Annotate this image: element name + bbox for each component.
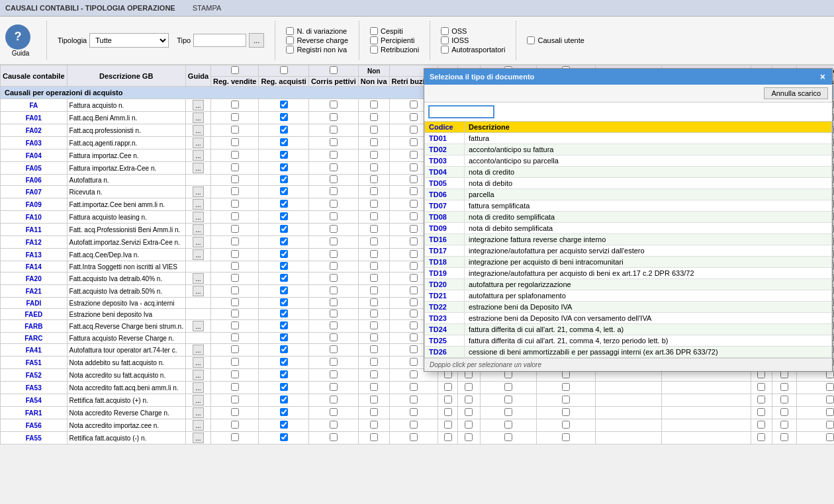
modal-table: Codice Descrizione TD01fatturaTD02accont… [424, 121, 832, 358]
modal-list-item[interactable]: TD03acconto/anticipo su parcella [425, 155, 832, 167]
cespiti-checkbox-row: Cespiti [370, 27, 419, 35]
ioss-checkbox[interactable] [441, 36, 449, 44]
modal-footer: Doppio click per selezionare un valore [424, 358, 832, 371]
modal-item-desc: nota di credito semplificata [465, 212, 832, 223]
modal-item-code: TD01 [425, 133, 465, 144]
tipologia-label: Tipologia [58, 36, 87, 44]
modal-item-code: TD02 [425, 144, 465, 155]
modal-toolbar: Annulla scarico [424, 85, 832, 103]
modal-list-item[interactable]: TD17integrazione/autofattura per acquist… [425, 245, 832, 257]
modal-item-code: TD23 [425, 313, 465, 324]
oss-checkbox[interactable] [441, 27, 449, 35]
help-button[interactable]: ? [5, 24, 30, 50]
modal-list-item[interactable]: TD08nota di credito semplificata [425, 212, 832, 223]
modal-item-desc: nota di credito [465, 167, 832, 178]
autotrasportatori-label: Autotrasportatori [451, 46, 505, 54]
causali-utente-checkbox[interactable] [527, 36, 535, 44]
modal-list-item[interactable]: TD22estrazione beni da Deposito IVA [425, 302, 832, 313]
autotrasportatori-checkbox-row: Autotrasportatori [441, 46, 505, 54]
tipo-input[interactable] [193, 34, 246, 47]
oss-checkbox-row: OSS [441, 27, 505, 35]
modal-item-desc: integrazione per acquisto di beni intrac… [465, 257, 832, 268]
modal-list-item[interactable]: TD07fattura semplificata [425, 200, 832, 212]
modal-item-desc: fattura semplificata [465, 200, 832, 212]
n-variazione-checkbox[interactable] [286, 27, 294, 35]
percipienti-checkbox[interactable] [370, 36, 378, 44]
modal-annulla-button[interactable]: Annulla scarico [764, 87, 828, 99]
modal-item-code: TD04 [425, 167, 465, 178]
modal-list-item[interactable]: TD20autofattura per regolarizzazione [425, 279, 832, 290]
cespiti-checkbox[interactable] [370, 27, 378, 35]
modal-item-code: TD08 [425, 212, 465, 223]
tipo-label: Tipo [177, 36, 191, 44]
toolbar-divider5 [516, 21, 516, 60]
modal-list-item[interactable]: TD09nota di debito semplificata [425, 223, 832, 234]
modal-list-item[interactable]: TD01fattura [425, 133, 832, 144]
modal-search-row [424, 103, 832, 121]
modal-list-item[interactable]: TD21autofattura per splafonamento [425, 290, 832, 302]
modal-item-desc: fattura differita di cui all'art. 21, co… [465, 324, 832, 335]
modal-list-item[interactable]: TD06parcella [425, 189, 832, 200]
toolbar-divider3 [359, 21, 359, 60]
reverse-charge-checkbox-row: Reverse charge [286, 36, 348, 44]
tipo-group: Tipo ... [177, 33, 264, 48]
modal-list-item[interactable]: TD02acconto/anticipo su fattura [425, 144, 832, 155]
causali-utente-checkbox-row: Causali utente [527, 36, 584, 44]
modal-table-container[interactable]: Codice Descrizione TD01fatturaTD02accont… [424, 121, 832, 358]
modal-overlay: Seleziona il tipo di documento × Annulla… [0, 65, 834, 504]
registri-non-iva-checkbox[interactable] [286, 46, 294, 54]
cespiti-label: Cespiti [381, 27, 403, 35]
modal-list-item[interactable]: TD05nota di debito [425, 178, 832, 189]
modal-item-code: TD25 [425, 335, 465, 347]
modal-list-item[interactable]: TD16integrazione fattura reverse charge … [425, 234, 832, 245]
modal-item-code: TD19 [425, 268, 465, 279]
tipo-browse-button[interactable]: ... [249, 33, 264, 48]
modal-th-codice: Codice [425, 122, 465, 133]
oss-label: OSS [451, 27, 467, 35]
modal-list-item[interactable]: TD19integrazione/autofattura per acquist… [425, 268, 832, 279]
modal-list-item[interactable]: TD18integrazione per acquisto di beni in… [425, 257, 832, 268]
print-button[interactable]: STAMPA [189, 3, 226, 13]
tipologia-select[interactable]: Tutte [89, 33, 169, 48]
registri-non-iva-label: Registri non iva [297, 46, 347, 54]
reverse-charge-label: Reverse charge [297, 36, 348, 44]
modal-item-desc: autofattura per splafonamento [465, 290, 832, 302]
modal-close-button[interactable]: × [819, 71, 827, 82]
reverse-charge-checkbox[interactable] [286, 36, 294, 44]
causali-utente-label: Causali utente [537, 36, 584, 44]
modal-search-input[interactable] [428, 105, 494, 118]
modal-list-item[interactable]: TD24fattura differita di cui all'art. 21… [425, 324, 832, 335]
retribuzioni-checkbox[interactable] [370, 46, 378, 54]
modal-item-code: TD16 [425, 234, 465, 245]
modal-item-desc: integrazione fattura reverse charge inte… [465, 234, 832, 245]
registri-non-iva-checkbox-row: Registri non iva [286, 46, 348, 54]
modal-item-desc: nota di debito [465, 178, 832, 189]
n-variazione-checkbox-row: N. di variazione [286, 27, 348, 35]
modal-item-desc: integrazione/autofattura per acquisto di… [465, 268, 832, 279]
modal-item-desc: estrazione beni da Deposito IVA con vers… [465, 313, 832, 324]
modal-item-desc: estrazione beni da Deposito IVA [465, 302, 832, 313]
n-variazione-label: N. di variazione [297, 27, 347, 35]
modal-th-descrizione: Descrizione [465, 122, 832, 133]
autotrasportatori-checkbox[interactable] [441, 46, 449, 54]
help-label: Guida [12, 50, 30, 57]
modal-list-item[interactable]: TD04nota di credito [425, 167, 832, 178]
retribuzioni-checkbox-row: Retribuzioni [370, 46, 419, 54]
modal-list-item[interactable]: TD23estrazione beni da Deposito IVA con … [425, 313, 832, 324]
modal-item-code: TD06 [425, 189, 465, 200]
toolbar-divider [46, 21, 47, 60]
modal-list-item[interactable]: TD26cessione di beni ammortizzabili e pe… [425, 347, 832, 358]
modal-item-code: TD26 [425, 347, 465, 358]
modal-item-desc: autofattura per regolarizzazione [465, 279, 832, 290]
percipienti-label: Percipienti [381, 36, 414, 44]
toolbar: ? Guida Tipologia Tutte Tipo ... N. di v… [0, 17, 834, 65]
percipienti-checkbox-row: Percipienti [370, 36, 419, 44]
modal-item-desc: fattura [465, 133, 832, 144]
modal-item-code: TD20 [425, 279, 465, 290]
main-content: Causale contabile Descrizione GB Guida N… [0, 65, 834, 504]
modal-item-code: TD21 [425, 290, 465, 302]
retribuzioni-label: Retribuzioni [381, 46, 419, 54]
modal-item-desc: acconto/anticipo su parcella [465, 155, 832, 167]
modal-item-code: TD05 [425, 178, 465, 189]
modal-list-item[interactable]: TD25fattura differita di cui all'art. 21… [425, 335, 832, 347]
